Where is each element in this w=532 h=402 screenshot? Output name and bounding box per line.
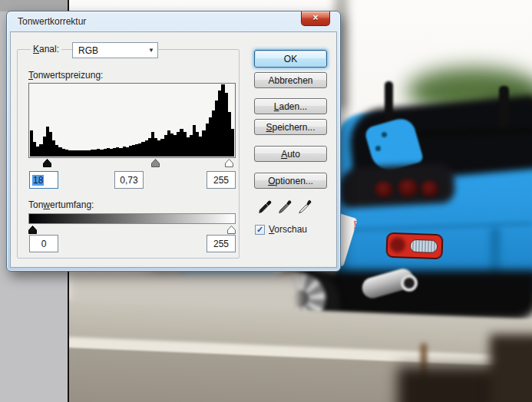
tail-light (398, 179, 418, 197)
preview-row: ✓ Vorschau (255, 224, 307, 235)
check-icon: ✓ (256, 225, 263, 234)
histogram-bars (30, 84, 234, 157)
highlight-output-slider[interactable] (227, 226, 236, 234)
input-slider-track (28, 158, 236, 167)
preview-checkbox[interactable]: ✓ (255, 225, 265, 235)
abbrechen-button[interactable]: Abbrechen (254, 72, 327, 88)
shadow-gap (490, 334, 532, 402)
gamma-input-slider[interactable] (151, 159, 160, 167)
channel-label: Kanal: (31, 44, 61, 54)
speichern-button[interactable]: Speichern... (254, 119, 327, 135)
bumper-red-light (385, 232, 443, 260)
highlight-input-field[interactable]: 255 (207, 171, 236, 189)
spoiler-hole (382, 132, 387, 137)
shadow-output-field[interactable]: 0 (29, 235, 58, 252)
preview-label: Vorschau (269, 224, 307, 235)
laden-button[interactable]: Laden... (254, 98, 327, 114)
chevron-down-icon: ▼ (145, 47, 157, 54)
exhaust-tip (401, 275, 418, 292)
channel-value: RGB (73, 45, 145, 56)
shadow-input-field[interactable]: 18 (29, 171, 58, 189)
shadow-input-slider[interactable] (43, 159, 51, 167)
output-slider-track (28, 225, 236, 234)
body-post (499, 86, 509, 133)
tail-light (421, 180, 438, 197)
input-levels-label: Tonwertspreizung: (28, 70, 105, 81)
shadow-output-slider[interactable] (28, 226, 37, 234)
dialog-titlebar[interactable]: Tonwertkorrektur (7, 12, 340, 31)
close-icon: × (312, 12, 318, 23)
histogram[interactable] (28, 83, 236, 158)
dialog-title: Tonwertkorrektur (18, 16, 86, 27)
ok-button[interactable]: OK (254, 50, 327, 68)
workspace-corner (0, 0, 68, 12)
output-gradient-bar (28, 213, 236, 224)
tail-light (375, 181, 393, 198)
dialog-body: Kanal: RGB ▼ Tonwertspreizung: 18 0,73 2… (10, 31, 337, 268)
black-point-eyedropper-icon[interactable] (258, 196, 272, 215)
output-levels-label: Tonwertumfang: (28, 199, 94, 210)
highlight-input-slider[interactable] (225, 159, 233, 167)
gamma-input-field[interactable]: 0,73 (114, 171, 144, 189)
white-point-eyedropper-icon[interactable] (298, 196, 312, 215)
auto-button[interactable]: Auto (254, 146, 327, 162)
channel-select[interactable]: RGB ▼ (72, 42, 158, 58)
eyedropper-toolbar (258, 196, 319, 216)
histogram-bar (231, 129, 234, 157)
gray-point-eyedropper-icon[interactable] (278, 196, 292, 215)
highlight-output-field[interactable]: 255 (207, 235, 236, 252)
close-button[interactable]: × (301, 12, 330, 26)
spoiler-hole (375, 146, 381, 151)
screenshot-root: I ♥ Drifting Tonwertkorrektur × (0, 0, 532, 402)
levels-dialog: Tonwertkorrektur × Kanal: RGB ▼ Tonwerts… (6, 11, 341, 272)
red-light-reflector (410, 239, 438, 253)
red-light-lamp (390, 237, 406, 253)
optionen-button[interactable]: Optionen... (254, 173, 327, 189)
